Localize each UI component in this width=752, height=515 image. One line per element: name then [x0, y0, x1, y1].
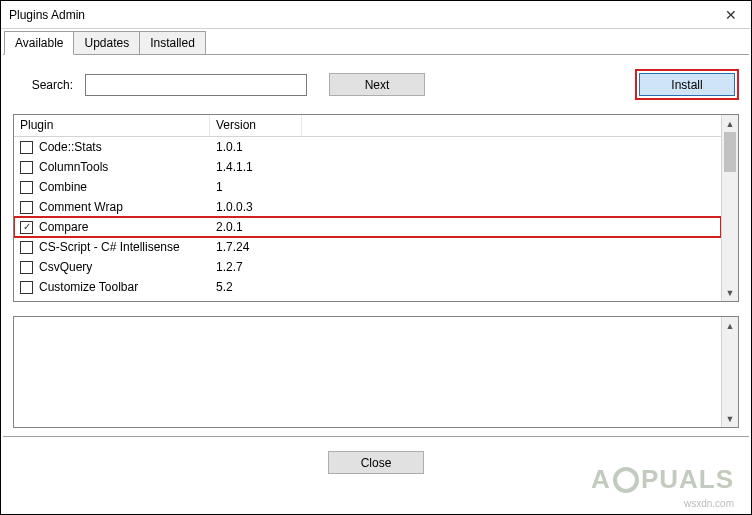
table-row[interactable]: Comment Wrap1.0.0.3 [14, 197, 721, 217]
cell-plugin: CsvQuery [14, 260, 210, 274]
titlebar: Plugins Admin ✕ [1, 1, 751, 29]
tab-strip: Available Updates Installed [1, 29, 751, 54]
tab-updates-label: Updates [84, 36, 129, 50]
plugin-name: Compare [39, 220, 88, 234]
plugin-list-body: Plugin Version Code::Stats1.0.1ColumnToo… [14, 115, 721, 301]
table-row[interactable]: Compare2.0.1 [14, 217, 721, 237]
cell-plugin: ColumnTools [14, 160, 210, 174]
plugin-name: ColumnTools [39, 160, 108, 174]
plugin-version: 1.7.24 [210, 240, 302, 254]
plugin-description-box: ▲ ▼ [13, 316, 739, 428]
table-row[interactable]: CsvQuery1.2.7 [14, 257, 721, 277]
plugin-version: 5.2 [210, 280, 302, 294]
tab-updates[interactable]: Updates [73, 31, 140, 54]
plugin-version: 1.0.0.3 [210, 200, 302, 214]
scroll-up-icon[interactable]: ▲ [722, 115, 738, 132]
scroll-thumb[interactable] [724, 132, 736, 172]
description-scrollbar[interactable]: ▲ ▼ [721, 317, 738, 427]
plugin-list-scrollbar[interactable]: ▲ ▼ [721, 115, 738, 301]
plugin-checkbox[interactable] [20, 241, 33, 254]
table-row[interactable]: Code::Stats1.0.1 [14, 137, 721, 157]
install-button[interactable]: Install [639, 73, 735, 96]
plugin-name: Combine [39, 180, 87, 194]
cell-plugin: Compare [14, 220, 210, 234]
scroll-track[interactable] [722, 132, 738, 284]
scroll-track[interactable] [722, 334, 738, 410]
plugin-description-body [14, 317, 721, 427]
tab-installed[interactable]: Installed [139, 31, 206, 54]
scroll-down-icon[interactable]: ▼ [722, 410, 738, 427]
cell-plugin: CS-Script - C# Intellisense [14, 240, 210, 254]
tab-installed-label: Installed [150, 36, 195, 50]
plugin-list: Plugin Version Code::Stats1.0.1ColumnToo… [13, 114, 739, 302]
plugin-version: 1.4.1.1 [210, 160, 302, 174]
install-highlight: Install [635, 69, 739, 100]
window-close-button[interactable]: ✕ [711, 1, 751, 28]
plugin-version: 1.2.7 [210, 260, 302, 274]
cell-plugin: Code::Stats [14, 140, 210, 154]
table-row[interactable]: CS-Script - C# Intellisense1.7.24 [14, 237, 721, 257]
plugin-version: 1.0.1 [210, 140, 302, 154]
plugin-name: CS-Script - C# Intellisense [39, 240, 180, 254]
search-row: Search: Next Install [13, 69, 739, 100]
plugin-checkbox[interactable] [20, 141, 33, 154]
scroll-up-icon[interactable]: ▲ [722, 317, 738, 334]
plugin-name: Code::Stats [39, 140, 102, 154]
plugin-name: CsvQuery [39, 260, 92, 274]
cell-plugin: Comment Wrap [14, 200, 210, 214]
plugin-checkbox[interactable] [20, 161, 33, 174]
search-input[interactable] [85, 74, 307, 96]
plugin-rows: Code::Stats1.0.1ColumnTools1.4.1.1Combin… [14, 137, 721, 297]
plugin-version: 1 [210, 180, 302, 194]
window-title: Plugins Admin [9, 8, 85, 22]
plugin-checkbox[interactable] [20, 201, 33, 214]
panel-divider [3, 436, 749, 437]
close-icon: ✕ [725, 7, 737, 23]
tab-available[interactable]: Available [4, 31, 74, 55]
column-header-plugin[interactable]: Plugin [14, 115, 210, 136]
plugin-version: 2.0.1 [210, 220, 302, 234]
plugin-checkbox[interactable] [20, 181, 33, 194]
tab-available-label: Available [15, 36, 63, 50]
cell-plugin: Combine [14, 180, 210, 194]
dialog-buttons: Close [13, 451, 739, 484]
scroll-down-icon[interactable]: ▼ [722, 284, 738, 301]
plugin-name: Comment Wrap [39, 200, 123, 214]
plugin-name: Customize Toolbar [39, 280, 138, 294]
next-button[interactable]: Next [329, 73, 425, 96]
cell-plugin: Customize Toolbar [14, 280, 210, 294]
column-header-spacer [302, 115, 721, 136]
column-header-version[interactable]: Version [210, 115, 302, 136]
plugin-checkbox[interactable] [20, 221, 33, 234]
plugin-list-header: Plugin Version [14, 115, 721, 137]
table-row[interactable]: Customize Toolbar5.2 [14, 277, 721, 297]
plugin-checkbox[interactable] [20, 281, 33, 294]
plugins-admin-window: Plugins Admin ✕ Available Updates Instal… [0, 0, 752, 515]
table-row[interactable]: ColumnTools1.4.1.1 [14, 157, 721, 177]
table-row[interactable]: Combine1 [14, 177, 721, 197]
close-button[interactable]: Close [328, 451, 424, 474]
plugin-checkbox[interactable] [20, 261, 33, 274]
tab-panel-available: Search: Next Install Plugin Version Code… [3, 54, 749, 514]
search-label: Search: [13, 78, 77, 92]
